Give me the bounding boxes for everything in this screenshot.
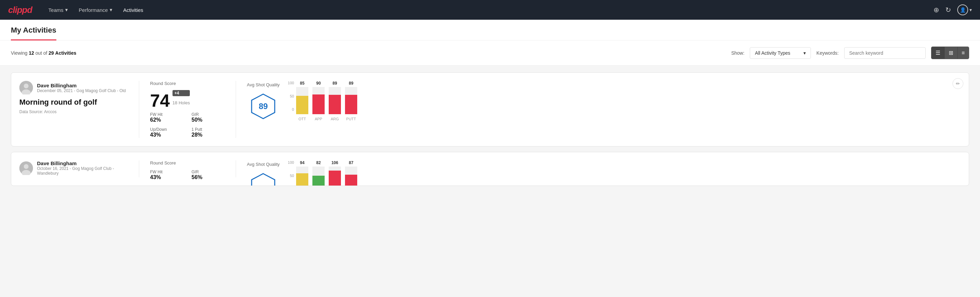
view-grid-button[interactable]: ⊞ xyxy=(945,47,958,59)
search-input[interactable] xyxy=(844,47,926,59)
nav-performance-label: Performance xyxy=(79,7,108,13)
bar-ott-val: 94 xyxy=(300,160,304,165)
viewing-count: 12 xyxy=(29,50,34,56)
viewing-text: Viewing 12 out of 29 Activities xyxy=(11,50,725,56)
one-putt-value: 28% xyxy=(191,132,225,138)
fw-hit-value: 43% xyxy=(150,174,183,180)
bar-ott-container xyxy=(296,87,308,114)
user-row: Dave Billingham December 05, 2021 - Gog … xyxy=(19,81,128,94)
keywords-label: Keywords: xyxy=(816,50,838,56)
one-putt-stat: 1 Putt 28% xyxy=(191,127,225,138)
activity-card: Dave Billingham December 05, 2021 - Gog … xyxy=(11,72,969,147)
divider xyxy=(139,81,139,138)
bar-app-fill xyxy=(312,94,325,114)
bar-putt-label: PUTT xyxy=(346,117,356,121)
bar-arg: 106 ARG xyxy=(329,160,341,186)
user-date: December 05, 2021 - Gog Magog Golf Club … xyxy=(37,88,126,93)
bar-arg-label: ARG xyxy=(331,117,339,121)
divider xyxy=(235,81,236,138)
hexagon-score: 89 xyxy=(259,102,268,111)
gir-value: 50% xyxy=(191,117,225,123)
refresh-icon[interactable]: ↻ xyxy=(945,6,951,14)
avatar xyxy=(19,161,33,175)
bar-arg: 89 ARG xyxy=(329,81,341,121)
user-menu-chevron: ▾ xyxy=(969,7,972,13)
add-icon[interactable]: ⊕ xyxy=(934,6,939,14)
hexagon-wrapper: 89 xyxy=(247,93,280,120)
data-source: Data Source: Arccos xyxy=(19,109,128,114)
y-label-100: 100 xyxy=(288,160,294,164)
bar-putt: 89 PUTT xyxy=(345,81,357,121)
bar-putt-fill xyxy=(345,95,357,114)
bar-arg-val: 106 xyxy=(331,160,338,165)
fw-hit-label: FW Hit xyxy=(150,112,183,117)
divider xyxy=(235,160,236,177)
avatar xyxy=(19,81,33,94)
chart-y-labels: 100 50 0 xyxy=(288,160,294,186)
card-left: Dave Billingham December 05, 2021 - Gog … xyxy=(19,81,128,114)
filter-bar: Viewing 12 out of 29 Activities Show: Al… xyxy=(0,40,980,65)
avatar: 👤 xyxy=(957,5,968,15)
bar-app-label: APP xyxy=(315,117,322,121)
divider xyxy=(139,160,139,177)
activity-select-chevron: ▾ xyxy=(803,50,806,56)
y-label-0: 0 xyxy=(288,107,294,112)
main-nav: clippd Teams ▾ Performance ▾ Activities … xyxy=(0,0,980,20)
page-header: My Activities xyxy=(0,20,980,40)
nav-performance[interactable]: Performance ▾ xyxy=(79,5,112,14)
activity-type-value: All Activity Types xyxy=(755,50,790,56)
user-name: Dave Billingham xyxy=(37,83,126,88)
bar-ott-fill xyxy=(296,96,308,114)
edit-button[interactable]: ✏ xyxy=(953,78,963,89)
gir-stat: GIR 56% xyxy=(191,169,225,180)
activity-card: Dave Billingham October 16, 2021 - Gog M… xyxy=(11,152,969,186)
activities-list: Dave Billingham December 05, 2021 - Gog … xyxy=(0,65,980,198)
svg-point-1 xyxy=(24,84,29,88)
bar-groups: 85 OTT 90 xyxy=(296,81,357,121)
bar-putt-fill xyxy=(345,175,357,186)
nav-teams[interactable]: Teams ▾ xyxy=(49,5,68,14)
bar-ott: 85 OTT xyxy=(296,81,308,121)
bar-putt: 87 PUTT xyxy=(345,160,357,186)
activity-title: Morning round of golf xyxy=(19,98,128,107)
bar-putt-container xyxy=(345,87,357,114)
bar-app-container xyxy=(312,166,325,186)
svg-point-5 xyxy=(24,164,29,169)
bar-chart-area: 100 50 0 85 OTT xyxy=(288,81,961,121)
card-left: Dave Billingham October 16, 2021 - Gog M… xyxy=(19,160,128,179)
bar-ott: 94 OTT xyxy=(296,160,308,186)
nav-teams-label: Teams xyxy=(49,7,64,13)
bar-app: 82 APP xyxy=(312,160,325,186)
up-down-label: Up/Down xyxy=(150,127,183,132)
nav-teams-chevron: ▾ xyxy=(65,7,68,13)
round-score-section: Round Score 74 +4 18 Holes FW Hit 62% GI… xyxy=(150,81,225,138)
round-score-row: 74 +4 18 Holes xyxy=(150,90,225,109)
viewing-suffix-label: Activities xyxy=(55,50,76,56)
round-score-label: Round Score xyxy=(150,160,225,166)
bar-putt-container xyxy=(345,166,357,186)
view-list-button[interactable]: ☰ xyxy=(931,47,945,59)
gir-stat: GIR 50% xyxy=(191,112,225,123)
bar-putt-val: 89 xyxy=(349,81,353,86)
hexagon: 89 xyxy=(250,93,277,120)
holes-text: 18 Holes xyxy=(172,100,190,105)
view-compact-button[interactable]: ≡ xyxy=(958,47,969,59)
y-label-50: 50 xyxy=(288,94,294,98)
bar-app-fill xyxy=(312,176,325,186)
avg-shot-quality-section: Avg Shot Quality 100 50 0 xyxy=(247,160,961,186)
quality-label: Avg Shot Quality xyxy=(247,162,280,167)
bar-arg-container xyxy=(329,87,341,114)
viewing-total: 29 xyxy=(49,50,54,56)
score-value: 74 xyxy=(150,92,170,109)
bar-ott-label: OTT xyxy=(299,117,306,121)
user-name: Dave Billingham xyxy=(37,160,128,166)
bar-chart-area: 100 50 0 94 OTT xyxy=(288,160,961,186)
y-label-50: 50 xyxy=(288,174,294,178)
user-menu[interactable]: 👤 ▾ xyxy=(957,5,972,15)
activity-type-select[interactable]: All Activity Types ▾ xyxy=(750,47,811,59)
bar-app-val: 82 xyxy=(316,160,321,165)
one-putt-label: 1 Putt xyxy=(191,127,225,132)
nav-activities[interactable]: Activities xyxy=(123,6,143,14)
nav-right: ⊕ ↻ 👤 ▾ xyxy=(934,5,972,15)
bar-ott-container xyxy=(296,166,308,186)
